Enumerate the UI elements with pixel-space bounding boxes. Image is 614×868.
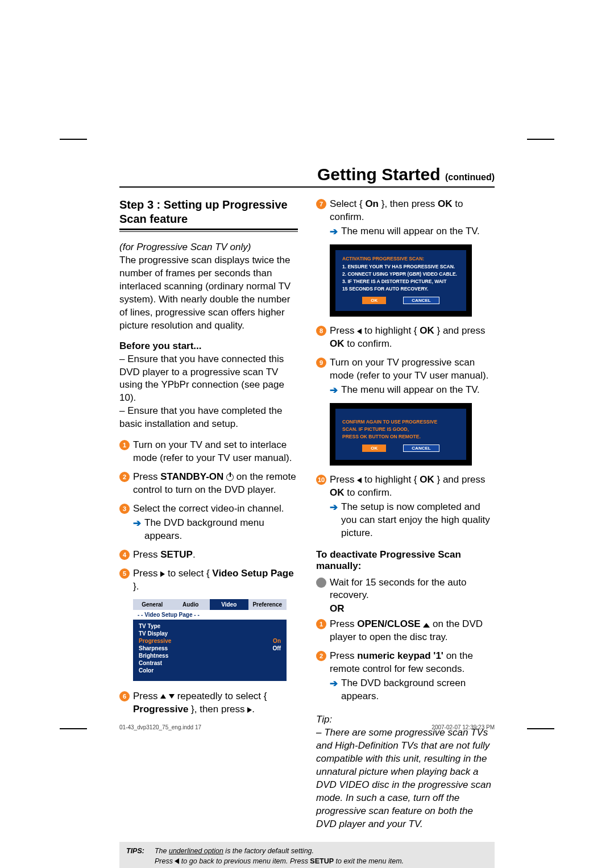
step-heading: Step 3 : Setting up Progressive Scan fea… — [119, 198, 298, 226]
menu-tab-general: General — [133, 599, 172, 610]
arrow-right-icon: ➔ — [133, 517, 141, 543]
deactivate-step-1: 1 Press OPEN/CLOSE on the DVD player to … — [316, 618, 495, 644]
activating-dialog: ACTIVATING PROGRESSIVE SCAN: 1. ENSURE Y… — [330, 244, 472, 317]
crop-mark — [60, 139, 87, 140]
menu-tabs: General Audio Video Preference — [133, 599, 287, 610]
step-10: 10 Press to highlight { OK } and press O… — [316, 474, 495, 500]
dialog-cancel-button: CANCEL — [403, 445, 439, 452]
left-arrow-icon — [357, 477, 362, 483]
right-arrow-icon — [247, 707, 252, 713]
step-6: 6 Press repeatedly to select { Progressi… — [119, 690, 298, 716]
step-1: 1 Turn on your TV and set to interlace m… — [119, 439, 298, 465]
tips-body: The underlined option is the factory def… — [155, 846, 404, 866]
tip-block: Tip: – There are some progressive scan T… — [316, 713, 495, 830]
arrow-right-icon: ➔ — [330, 678, 338, 703]
note-italic: (for Progressive Scan TV only) — [119, 242, 251, 252]
deactivate-head: To deactivate Progressive Scan manually: — [316, 549, 495, 572]
step-marker-1: 1 — [119, 440, 130, 450]
bullet-marker — [316, 578, 326, 588]
step-marker-6: 6 — [119, 691, 130, 701]
page-content: Getting Started (continued) Step 3 : Set… — [119, 165, 495, 868]
intro-paragraph: (for Progressive Scan TV only) The progr… — [119, 241, 298, 333]
menu-tab-preference: Preference — [248, 599, 287, 610]
power-icon — [226, 474, 234, 481]
step-marker-2: 2 — [119, 472, 130, 482]
up-arrow-icon — [160, 694, 166, 699]
video-setup-menu: General Audio Video Preference - - Video… — [133, 599, 287, 681]
step-3: 3 Select the correct video-in channel. — [119, 502, 298, 516]
crop-mark — [527, 139, 554, 140]
step-9-sub: ➔ The menu will appear on the TV. — [330, 384, 495, 397]
header-rule — [119, 186, 495, 188]
arrow-right-icon: ➔ — [330, 501, 338, 540]
tips-footer-box: TIPS: The underlined option is the facto… — [119, 842, 495, 868]
dialog-ok-button: OK — [362, 297, 386, 304]
footer-right: 2007-02-07 12:39:23 PM — [432, 724, 495, 730]
title-continued: (continued) — [445, 172, 495, 182]
step-5: 5 Press to select { Video Setup Page }. — [119, 567, 298, 593]
step-marker-9: 9 — [316, 358, 326, 368]
step-2: 2 Press STANDBY-ON on the remote control… — [119, 471, 298, 497]
step-8: 8 Press to highlight { OK } and press OK… — [316, 325, 495, 351]
menu-tab-video: Video — [210, 599, 248, 610]
step-marker-10: 10 — [316, 475, 326, 485]
before-body: – Ensure that you have connected this DV… — [119, 353, 298, 431]
arrow-right-icon: ➔ — [330, 384, 338, 397]
step-marker-4: 4 — [119, 550, 130, 560]
step-4: 4 Press SETUP. — [119, 549, 298, 562]
tip-body: – There are some progressive scan TVs an… — [316, 726, 495, 831]
left-arrow-icon — [357, 329, 362, 334]
crop-mark — [60, 728, 87, 729]
intro-text: The progressive scan displays twice the … — [119, 255, 291, 331]
right-arrow-icon — [160, 571, 165, 577]
before-head: Before you start... — [119, 340, 298, 352]
page-title: Getting Started (continued) — [119, 165, 495, 184]
dialog-ok-button: OK — [362, 445, 386, 452]
title-text: Getting Started — [317, 165, 441, 184]
deactivate-step-2-sub: ➔ The DVD background screen appears. — [330, 677, 495, 703]
step-9: 9 Turn on your TV progressive scan mode … — [316, 356, 495, 383]
footer-left: 01-43_dvp3120_75_eng.indd 17 — [119, 724, 201, 730]
deactivate-bullet: Wait for 15 seconds for the auto recover… — [316, 576, 495, 603]
left-column: Step 3 : Setting up Progressive Scan fea… — [119, 198, 298, 830]
step-marker-8: 8 — [316, 326, 326, 336]
confirm-dialog: CONFIRM AGAIN TO USE PROGRESSIVE SCAN. I… — [330, 403, 472, 466]
right-column: 7 Select { On }, then press OK to confir… — [316, 198, 495, 830]
step-marker-5: 5 — [119, 568, 130, 579]
step-10-sub: ➔ The setup is now completed and you can… — [330, 501, 495, 540]
down-arrow-icon — [169, 694, 175, 699]
step-3-sub: ➔ The DVD background menu appears. — [133, 517, 298, 543]
step-7: 7 Select { On }, then press OK to confir… — [316, 198, 495, 224]
arrow-right-icon: ➔ — [330, 226, 338, 239]
menu-body: TV Type TV Display ProgressiveOn Sharpne… — [133, 620, 287, 681]
menu-tab-audio: Audio — [172, 599, 210, 610]
step-marker-d1: 1 — [316, 619, 326, 629]
step-marker-3: 3 — [119, 504, 130, 514]
tips-label: TIPS: — [126, 846, 144, 866]
crop-mark — [527, 728, 554, 729]
print-footer: 01-43_dvp3120_75_eng.indd 17 2007-02-07 … — [119, 724, 495, 730]
eject-icon — [423, 623, 430, 628]
menu-strip: - - Video Setup Page - - — [133, 610, 287, 620]
dialog-cancel-button: CANCEL — [403, 297, 439, 304]
or-label: OR — [330, 603, 495, 614]
step-marker-d2: 2 — [316, 651, 326, 661]
step-marker-7: 7 — [316, 199, 326, 209]
step-7-sub: ➔ The menu will appear on the TV. — [330, 225, 495, 239]
deactivate-step-2: 2 Press numeric keypad '1' on the remote… — [316, 650, 495, 676]
